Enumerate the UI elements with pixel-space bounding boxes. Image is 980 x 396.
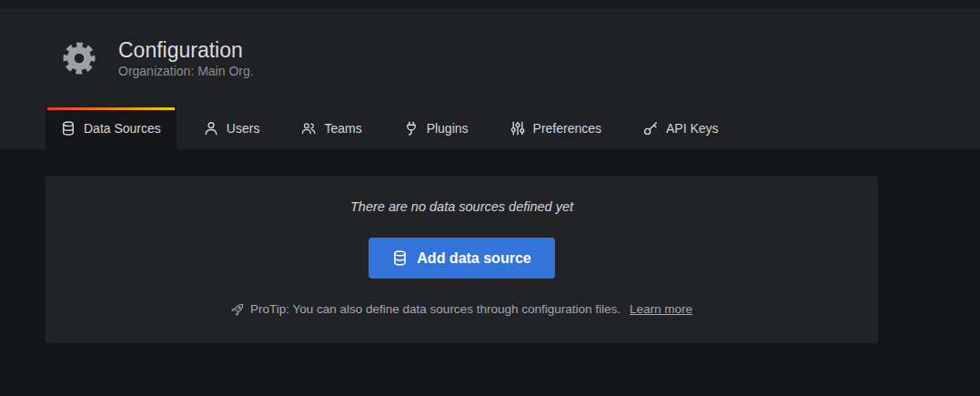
header-texts: Configuration Organization: Main Org. (118, 37, 254, 79)
user-icon (204, 121, 218, 136)
add-data-source-button[interactable]: Add data source (369, 238, 554, 279)
tab-users[interactable]: Users (189, 107, 275, 149)
plug-icon (404, 121, 419, 136)
sliders-icon (510, 121, 525, 136)
tab-label: API Keys (666, 121, 719, 136)
users-icon (301, 121, 316, 136)
tab-label: Users (227, 121, 260, 136)
tab-plugins[interactable]: Plugins (389, 107, 483, 149)
empty-state-card: There are no data sources defined yet Ad… (45, 176, 878, 343)
database-icon (392, 250, 408, 266)
tab-api-keys[interactable]: API Keys (629, 107, 733, 149)
rocket-icon (231, 303, 244, 316)
tab-label: Teams (324, 121, 361, 136)
tab-label: Plugins (427, 121, 469, 136)
tab-teams[interactable]: Teams (287, 107, 376, 149)
database-icon (61, 121, 76, 136)
page-header: Configuration Organization: Main Org. (0, 8, 980, 107)
learn-more-link[interactable]: Learn more (630, 302, 692, 316)
empty-state-message: There are no data sources defined yet (45, 176, 878, 214)
page-title: Configuration (118, 37, 254, 64)
tab-label: Preferences (533, 121, 601, 136)
tab-label: Data Sources (84, 121, 161, 136)
key-icon (643, 121, 658, 136)
gear-icon (60, 39, 98, 77)
tabbar: Data Sources Users Teams Plugins (0, 107, 980, 149)
tab-data-sources[interactable]: Data Sources (45, 107, 177, 149)
add-button-label: Add data source (417, 250, 530, 267)
page-subtitle: Organization: Main Org. (118, 64, 254, 78)
tab-preferences[interactable]: Preferences (496, 107, 616, 149)
protip-text: ProTip: You can also define data sources… (250, 302, 621, 316)
content-area: There are no data sources defined yet Ad… (0, 176, 980, 396)
top-strip (0, 0, 980, 8)
protip-row: ProTip: You can also define data sources… (45, 302, 878, 316)
